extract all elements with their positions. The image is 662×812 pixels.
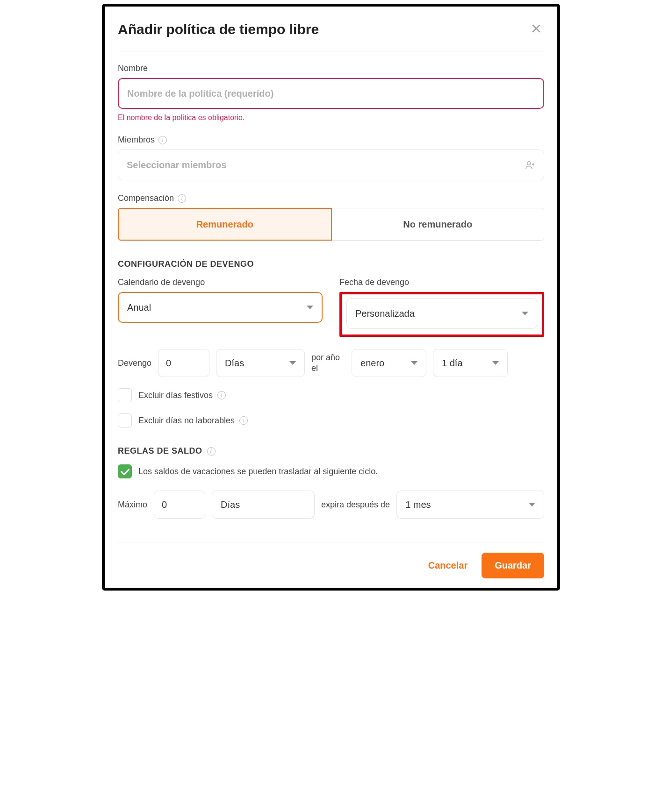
accrue-day-value: 1 día (442, 358, 462, 369)
chevron-down-icon (522, 312, 528, 315)
expires-label: expira después de (321, 500, 390, 510)
chevron-down-icon (307, 306, 313, 309)
exclude-nonworking-checkbox[interactable] (118, 413, 132, 427)
accrual-date-label: Fecha de devengo (339, 278, 544, 287)
info-icon[interactable]: i (178, 194, 186, 203)
close-icon (530, 22, 542, 35)
members-placeholder: Seleccionar miembros (127, 160, 226, 171)
name-input[interactable] (118, 78, 544, 109)
save-button[interactable]: Guardar (482, 553, 544, 578)
info-icon[interactable]: i (217, 391, 226, 399)
rollover-label: Los saldos de vacaciones se pueden trasl… (138, 467, 378, 477)
cancel-button[interactable]: Cancelar (425, 556, 472, 576)
accrual-schedule-select[interactable]: Anual (118, 292, 323, 323)
chevron-down-icon (411, 361, 417, 365)
chevron-down-icon (529, 503, 535, 506)
members-label: Miembros (118, 135, 155, 145)
name-label: Nombre (118, 64, 544, 73)
accrue-month-value: enero (360, 358, 384, 369)
compensation-unpaid-toggle[interactable]: No remunerado (332, 208, 545, 241)
exclude-holidays-label: Excluir días festivos (138, 391, 213, 400)
chevron-down-icon (492, 361, 499, 365)
members-select[interactable]: Seleccionar miembros (118, 150, 544, 180)
accrual-date-highlight: Personalizada (339, 292, 544, 337)
svg-point-2 (527, 162, 531, 165)
accrual-section-heading: CONFIGURACIÓN DE DEVENGO (118, 259, 544, 269)
balance-section-heading: REGLAS DE SALDO (118, 446, 202, 456)
compensation-paid-toggle[interactable]: Remunerado (118, 208, 332, 241)
info-icon[interactable]: i (158, 136, 167, 144)
name-error: El nombre de la política es obligatorio. (118, 114, 544, 122)
rollover-checkbox[interactable] (118, 464, 132, 478)
accrue-unit-select[interactable]: Días (216, 349, 305, 377)
max-label: Máximo (118, 500, 147, 510)
info-icon[interactable]: i (207, 447, 216, 456)
accrue-label: Devengo (118, 358, 151, 368)
modal-title: Añadir política de tiempo libre (118, 21, 319, 37)
expires-select[interactable]: 1 mes (396, 491, 544, 519)
max-unit-select[interactable]: Días (212, 491, 315, 519)
exclude-nonworking-label: Excluir días no laborables (138, 416, 235, 426)
max-unit-value: Días (221, 499, 240, 510)
chevron-down-icon (289, 361, 296, 365)
compensation-label: Compensación (118, 193, 174, 203)
accrue-unit-value: Días (225, 358, 244, 369)
accrual-date-value: Personalizada (355, 308, 415, 319)
close-button[interactable] (528, 21, 544, 38)
add-user-icon (525, 160, 535, 170)
expires-value: 1 mes (405, 499, 431, 510)
accrual-date-select[interactable]: Personalizada (346, 298, 537, 329)
accrue-day-select[interactable]: 1 día (433, 349, 508, 377)
accrual-schedule-label: Calendario de devengo (118, 278, 323, 287)
max-amount-input[interactable] (154, 491, 205, 519)
info-icon[interactable]: i (239, 416, 248, 425)
per-year-label: por año el (311, 352, 345, 374)
exclude-holidays-checkbox[interactable] (118, 388, 132, 402)
accrual-schedule-value: Anual (127, 302, 151, 313)
accrue-amount-input[interactable] (158, 349, 209, 377)
accrue-month-select[interactable]: enero (352, 349, 426, 377)
